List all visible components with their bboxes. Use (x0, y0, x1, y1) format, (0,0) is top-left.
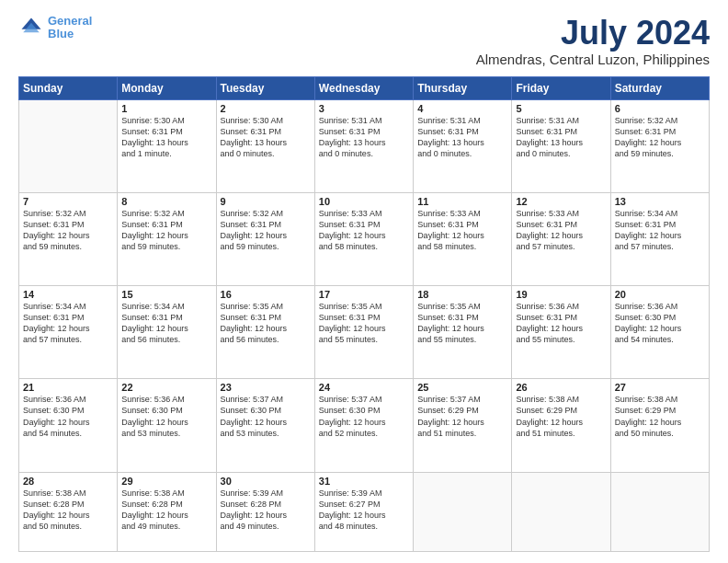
day-number: 2 (221, 103, 311, 114)
day-number: 19 (516, 289, 606, 300)
calendar-cell: 27Sunrise: 5:38 AMSunset: 6:29 PMDayligh… (610, 379, 709, 472)
cell-info: Sunrise: 5:31 AMSunset: 6:31 PMDaylight:… (319, 115, 409, 160)
calendar-header-cell: Thursday (414, 76, 512, 99)
day-number: 11 (417, 196, 507, 207)
header: General Blue July 2024 Almendras, Centra… (18, 15, 710, 67)
calendar-cell: 11Sunrise: 5:33 AMSunset: 6:31 PMDayligh… (414, 192, 512, 285)
day-number: 1 (121, 103, 211, 114)
calendar-cell: 6Sunrise: 5:32 AMSunset: 6:31 PMDaylight… (610, 99, 709, 192)
calendar-cell: 18Sunrise: 5:35 AMSunset: 6:31 PMDayligh… (414, 286, 512, 379)
cell-info: Sunrise: 5:36 AMSunset: 6:30 PMDaylight:… (23, 394, 113, 439)
calendar-header-cell: Wednesday (314, 76, 413, 99)
calendar-cell: 16Sunrise: 5:35 AMSunset: 6:31 PMDayligh… (216, 286, 314, 379)
calendar-cell: 14Sunrise: 5:34 AMSunset: 6:31 PMDayligh… (19, 286, 118, 379)
logo-text: General Blue (48, 15, 92, 41)
calendar-cell: 19Sunrise: 5:36 AMSunset: 6:31 PMDayligh… (512, 286, 610, 379)
week-row: 1Sunrise: 5:30 AMSunset: 6:31 PMDaylight… (19, 99, 710, 192)
calendar-table: SundayMondayTuesdayWednesdayThursdayFrid… (18, 76, 710, 552)
logo: General Blue (18, 15, 92, 41)
cell-info: Sunrise: 5:31 AMSunset: 6:31 PMDaylight:… (417, 115, 507, 160)
cell-info: Sunrise: 5:39 AMSunset: 6:28 PMDaylight:… (221, 488, 311, 533)
cell-info: Sunrise: 5:37 AMSunset: 6:29 PMDaylight:… (417, 394, 507, 439)
calendar-cell: 26Sunrise: 5:38 AMSunset: 6:29 PMDayligh… (512, 379, 610, 472)
day-number: 21 (23, 382, 113, 393)
calendar-cell: 20Sunrise: 5:36 AMSunset: 6:30 PMDayligh… (610, 286, 709, 379)
cell-info: Sunrise: 5:36 AMSunset: 6:31 PMDaylight:… (516, 301, 606, 346)
calendar-cell (512, 472, 610, 551)
cell-info: Sunrise: 5:38 AMSunset: 6:29 PMDaylight:… (615, 394, 705, 439)
day-number: 5 (516, 103, 606, 114)
cell-info: Sunrise: 5:30 AMSunset: 6:31 PMDaylight:… (121, 115, 211, 160)
calendar-cell (414, 472, 512, 551)
cell-info: Sunrise: 5:31 AMSunset: 6:31 PMDaylight:… (516, 115, 606, 160)
day-number: 24 (319, 382, 409, 393)
calendar-cell: 23Sunrise: 5:37 AMSunset: 6:30 PMDayligh… (216, 379, 314, 472)
day-number: 26 (516, 382, 606, 393)
day-number: 10 (319, 196, 409, 207)
cell-info: Sunrise: 5:37 AMSunset: 6:30 PMDaylight:… (319, 394, 409, 439)
calendar-cell: 24Sunrise: 5:37 AMSunset: 6:30 PMDayligh… (314, 379, 413, 472)
calendar-cell: 9Sunrise: 5:32 AMSunset: 6:31 PMDaylight… (216, 192, 314, 285)
cell-info: Sunrise: 5:35 AMSunset: 6:31 PMDaylight:… (417, 301, 507, 346)
calendar-cell: 4Sunrise: 5:31 AMSunset: 6:31 PMDaylight… (414, 99, 512, 192)
calendar-cell: 5Sunrise: 5:31 AMSunset: 6:31 PMDaylight… (512, 99, 610, 192)
calendar-cell: 22Sunrise: 5:36 AMSunset: 6:30 PMDayligh… (118, 379, 216, 472)
day-number: 4 (417, 103, 507, 114)
calendar-cell (610, 472, 709, 551)
calendar-header-cell: Tuesday (216, 76, 314, 99)
calendar-header-cell: Sunday (19, 76, 118, 99)
week-row: 14Sunrise: 5:34 AMSunset: 6:31 PMDayligh… (19, 286, 710, 379)
cell-info: Sunrise: 5:32 AMSunset: 6:31 PMDaylight:… (23, 208, 113, 253)
subtitle: Almendras, Central Luzon, Philippines (476, 52, 710, 67)
cell-info: Sunrise: 5:30 AMSunset: 6:31 PMDaylight:… (221, 115, 311, 160)
title-block: July 2024 Almendras, Central Luzon, Phil… (476, 15, 710, 67)
day-number: 30 (221, 476, 311, 487)
main-title: July 2024 (476, 15, 710, 52)
calendar-cell: 7Sunrise: 5:32 AMSunset: 6:31 PMDaylight… (19, 192, 118, 285)
calendar-cell: 31Sunrise: 5:39 AMSunset: 6:27 PMDayligh… (314, 472, 413, 551)
day-number: 3 (319, 103, 409, 114)
calendar-cell: 21Sunrise: 5:36 AMSunset: 6:30 PMDayligh… (19, 379, 118, 472)
week-row: 7Sunrise: 5:32 AMSunset: 6:31 PMDaylight… (19, 192, 710, 285)
day-number: 8 (121, 196, 211, 207)
calendar-cell: 3Sunrise: 5:31 AMSunset: 6:31 PMDaylight… (314, 99, 413, 192)
day-number: 17 (319, 289, 409, 300)
cell-info: Sunrise: 5:39 AMSunset: 6:27 PMDaylight:… (319, 488, 409, 533)
cell-info: Sunrise: 5:33 AMSunset: 6:31 PMDaylight:… (319, 208, 409, 253)
cell-info: Sunrise: 5:34 AMSunset: 6:31 PMDaylight:… (23, 301, 113, 346)
week-row: 21Sunrise: 5:36 AMSunset: 6:30 PMDayligh… (19, 379, 710, 472)
calendar-cell: 25Sunrise: 5:37 AMSunset: 6:29 PMDayligh… (414, 379, 512, 472)
calendar-cell: 17Sunrise: 5:35 AMSunset: 6:31 PMDayligh… (314, 286, 413, 379)
cell-info: Sunrise: 5:32 AMSunset: 6:31 PMDaylight:… (121, 208, 211, 253)
calendar-cell (19, 99, 118, 192)
day-number: 31 (319, 476, 409, 487)
calendar-cell: 1Sunrise: 5:30 AMSunset: 6:31 PMDaylight… (118, 99, 216, 192)
day-number: 15 (121, 289, 211, 300)
cell-info: Sunrise: 5:34 AMSunset: 6:31 PMDaylight:… (121, 301, 211, 346)
calendar-cell: 28Sunrise: 5:38 AMSunset: 6:28 PMDayligh… (19, 472, 118, 551)
calendar-cell: 10Sunrise: 5:33 AMSunset: 6:31 PMDayligh… (314, 192, 413, 285)
calendar-cell: 15Sunrise: 5:34 AMSunset: 6:31 PMDayligh… (118, 286, 216, 379)
day-number: 25 (417, 382, 507, 393)
cell-info: Sunrise: 5:33 AMSunset: 6:31 PMDaylight:… (417, 208, 507, 253)
cell-info: Sunrise: 5:36 AMSunset: 6:30 PMDaylight:… (121, 394, 211, 439)
calendar-header-cell: Friday (512, 76, 610, 99)
calendar-cell: 29Sunrise: 5:38 AMSunset: 6:28 PMDayligh… (118, 472, 216, 551)
day-number: 23 (221, 382, 311, 393)
cell-info: Sunrise: 5:32 AMSunset: 6:31 PMDaylight:… (221, 208, 311, 253)
day-number: 18 (417, 289, 507, 300)
day-number: 12 (516, 196, 606, 207)
day-number: 9 (221, 196, 311, 207)
cell-info: Sunrise: 5:34 AMSunset: 6:31 PMDaylight:… (615, 208, 705, 253)
cell-info: Sunrise: 5:38 AMSunset: 6:28 PMDaylight:… (121, 488, 211, 533)
day-number: 27 (615, 382, 705, 393)
day-number: 6 (615, 103, 705, 114)
logo-line1: General (48, 14, 92, 28)
logo-line2: Blue (48, 27, 74, 40)
calendar-cell: 8Sunrise: 5:32 AMSunset: 6:31 PMDaylight… (118, 192, 216, 285)
calendar-cell: 12Sunrise: 5:33 AMSunset: 6:31 PMDayligh… (512, 192, 610, 285)
calendar-cell: 30Sunrise: 5:39 AMSunset: 6:28 PMDayligh… (216, 472, 314, 551)
week-row: 28Sunrise: 5:38 AMSunset: 6:28 PMDayligh… (19, 472, 710, 551)
cell-info: Sunrise: 5:37 AMSunset: 6:30 PMDaylight:… (221, 394, 311, 439)
calendar-cell: 2Sunrise: 5:30 AMSunset: 6:31 PMDaylight… (216, 99, 314, 192)
